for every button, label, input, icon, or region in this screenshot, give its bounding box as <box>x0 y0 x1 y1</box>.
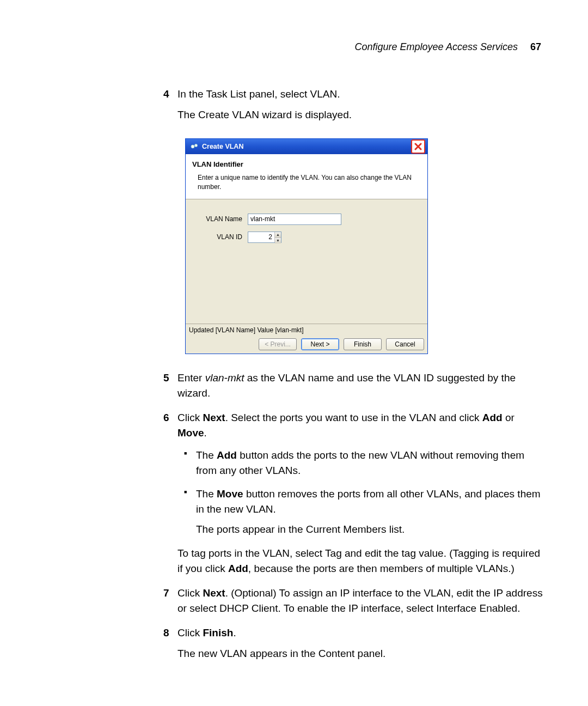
t: The <box>196 488 217 500</box>
step-6: Click Next. Select the ports you want to… <box>163 410 544 576</box>
vlan-id-input[interactable] <box>248 232 274 242</box>
step-8-after: The new VLAN appears in the Content pane… <box>177 646 544 661</box>
t: Next <box>203 587 225 599</box>
step-5-italic: vlan-mkt <box>205 372 244 384</box>
create-vlan-dialog: Create VLAN VLAN Identifier <box>185 138 428 354</box>
dialog-button-row: < Previ... Next > Finish Cancel <box>186 336 427 354</box>
t: Click <box>177 587 203 599</box>
section-heading: Configure Employee Access Services <box>354 41 517 52</box>
t: Move <box>177 427 204 439</box>
dialog-form-area: VLAN Name VLAN ID ▲ <box>186 199 427 324</box>
vlan-name-label: VLAN Name <box>195 215 248 224</box>
t: Click <box>177 627 203 638</box>
cancel-button[interactable]: Cancel <box>386 338 424 350</box>
chevron-down-icon: ▼ <box>276 238 280 244</box>
vlan-id-label: VLAN ID <box>195 233 248 242</box>
spinner-down-button[interactable]: ▼ <box>275 238 281 244</box>
close-button[interactable] <box>411 139 425 154</box>
dialog-section-title: VLAN Identifier <box>192 160 421 170</box>
step-7: Click Next. (Optional) To assign an IP i… <box>163 586 544 616</box>
dialog-header-section: VLAN Identifier Enter a unique name to i… <box>186 154 427 199</box>
t: Finish <box>203 627 233 638</box>
running-header: Configure Employee Access Services 67 <box>54 41 544 53</box>
vlan-name-input[interactable] <box>248 214 341 225</box>
t: button removes the ports from all other … <box>196 488 541 515</box>
dialog-section-subtitle: Enter a unique name to identify the VLAN… <box>192 173 421 192</box>
t: Click <box>177 412 203 423</box>
t: . Select the ports you want to use in th… <box>225 412 482 423</box>
dialog-status-line: Updated [VLAN Name] Value [vlan-mkt] <box>186 324 427 336</box>
step-4-line-2: The Create VLAN wizard is displayed. <box>177 107 544 123</box>
t: Move <box>217 488 243 500</box>
t: . <box>204 427 207 439</box>
dialog-title: Create VLAN <box>202 142 243 151</box>
bullet-add: The Add button adds the ports to the new… <box>196 448 544 478</box>
t: Add <box>228 563 248 574</box>
t: Add <box>217 449 237 461</box>
finish-button[interactable]: Finish <box>344 338 382 350</box>
t: . <box>233 627 236 638</box>
step-8: Click Finish. The new VLAN appears in th… <box>163 625 544 661</box>
step-6-bullets: The Add button adds the ports to the new… <box>177 448 544 537</box>
step-4: In the Task List panel, select VLAN. The… <box>163 87 544 354</box>
step-4-line-1: In the Task List panel, select VLAN. <box>177 88 340 100</box>
step-5: Enter vlan-mkt as the VLAN name and use … <box>163 370 544 400</box>
close-icon <box>414 143 422 150</box>
step-6-tag-note: To tag ports in the VLAN, select Tag and… <box>177 546 544 576</box>
bullet-move: The Move button removes the ports from a… <box>196 486 544 537</box>
previous-button[interactable]: < Previ... <box>259 338 297 350</box>
chevron-up-icon: ▲ <box>276 232 280 238</box>
next-button[interactable]: Next > <box>301 338 339 350</box>
vlan-id-spinner[interactable]: ▲ ▼ <box>248 232 281 243</box>
t: The <box>196 449 217 461</box>
app-icon <box>190 142 199 151</box>
t: or <box>503 412 514 423</box>
page-number: 67 <box>530 41 541 52</box>
t: Next <box>203 412 225 423</box>
bullet-after: The ports appear in the Current Members … <box>196 522 544 537</box>
spinner-up-button[interactable]: ▲ <box>275 232 281 238</box>
step-5-prefix: Enter <box>177 372 205 384</box>
t: , because the ports are then members of … <box>248 563 514 574</box>
titlebar: Create VLAN <box>186 139 427 154</box>
t: Add <box>482 412 503 423</box>
t: button adds the ports to the new VLAN wi… <box>196 449 524 476</box>
step-list: In the Task List panel, select VLAN. The… <box>163 87 544 661</box>
t: . (Optional) To assign an IP interface t… <box>177 587 543 614</box>
create-vlan-dialog-figure: Create VLAN VLAN Identifier <box>185 138 428 354</box>
